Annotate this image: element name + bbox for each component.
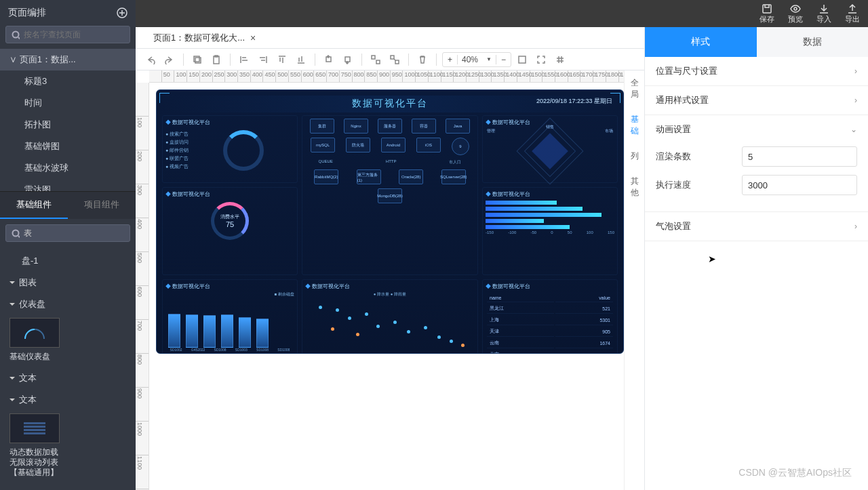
align-left-button[interactable] — [236, 52, 252, 68]
canvas[interactable]: 数据可视化平台 2022/09/18 17:22:33 星期日 数据可视化平台 … — [149, 83, 644, 490]
group-button[interactable] — [368, 52, 384, 68]
dashboard-timestamp: 2022/09/18 17:22:33 星期日 — [536, 97, 612, 106]
save-icon — [762, 3, 772, 14]
panel-radar[interactable]: 数据可视化平台 管理 市场 销售 — [482, 115, 618, 183]
gauge-chart: 消费水平75 — [211, 202, 249, 240]
export-action[interactable]: 导出 — [845, 3, 860, 24]
save-action[interactable]: 保存 — [760, 3, 774, 24]
page-tree-item[interactable]: 标题3 — [0, 70, 136, 92]
chevron-down-icon: ⌄ — [850, 125, 857, 134]
tabstrip: 页面1：数据可视化大... × — [136, 27, 644, 49]
zoom-control[interactable]: + 40% ▼ − — [442, 52, 511, 67]
section-animation-head[interactable]: 动画设置⌄ — [645, 115, 868, 144]
page-search[interactable] — [5, 26, 130, 43]
panel-gauge[interactable]: 数据可视化平台 消费水平75 — [162, 187, 298, 275]
tab-project-components[interactable]: 项目组件 — [68, 192, 136, 219]
import-action[interactable]: 导入 — [816, 3, 831, 24]
zoom-in-button[interactable]: + — [443, 55, 458, 64]
tab-data[interactable]: 数据 — [757, 27, 869, 57]
tab-style[interactable]: 样式 — [645, 27, 757, 57]
undo-button[interactable] — [142, 52, 159, 68]
chevron-right-icon: › — [854, 96, 857, 105]
add-icon[interactable] — [117, 7, 127, 18]
scroll-table: namevalue 黑龙江521 上海5301 天津905 云南1674 北京1… — [486, 293, 614, 354]
scroll-list-thumbnail[interactable] — [9, 413, 60, 443]
tab-basic-components[interactable]: 基础组件 — [0, 192, 68, 219]
vbar-chart — [165, 300, 294, 348]
align-top-button[interactable] — [274, 52, 290, 68]
panel-pie[interactable]: 数据可视化平台 搜索广告直接访问邮件营销联盟广告视频广告 — [162, 115, 298, 183]
align-right-button[interactable] — [255, 52, 271, 68]
svg-rect-18 — [395, 60, 399, 64]
export-icon — [847, 3, 858, 14]
section-common-style[interactable]: 通用样式设置› — [645, 86, 868, 115]
svg-point-1 — [794, 7, 797, 10]
vtab-other[interactable]: 其他 — [625, 169, 644, 205]
dashboard-preview[interactable]: 数据可视化平台 2022/09/18 17:22:33 星期日 数据可视化平台 … — [156, 89, 624, 354]
component-search[interactable] — [5, 224, 130, 242]
radar-chart — [526, 127, 574, 175]
svg-point-4 — [13, 230, 19, 236]
section-position[interactable]: 位置与尺寸设置› — [645, 57, 868, 86]
copy-button[interactable] — [189, 52, 205, 68]
send-back-button[interactable] — [340, 52, 356, 68]
section-animation: 动画设置⌄ 渲染条数 执行速度 — [645, 115, 868, 212]
vtab-column[interactable]: 列 — [625, 144, 644, 169]
category-gauge[interactable]: 仪表盘 — [0, 293, 136, 315]
svg-rect-19 — [519, 56, 526, 63]
grid-button[interactable] — [552, 52, 568, 68]
sidebar-header: 页面编排 — [0, 0, 136, 26]
page-tree: ∨ 页面1：数据... 标题3 时间 拓扑图 基础饼图 基础水波球 雷达图 正负… — [0, 49, 136, 191]
render-count-input[interactable] — [742, 146, 857, 167]
panel-hbar[interactable]: 数据可视化平台 -150-100-50050100150 — [482, 187, 618, 275]
zoom-dropdown-icon[interactable]: ▼ — [482, 56, 496, 62]
page-tree-item[interactable]: 时间 — [0, 92, 136, 114]
align-bottom-button[interactable] — [293, 52, 309, 68]
fullscreen-button[interactable] — [533, 52, 549, 68]
section-bubble[interactable]: 气泡设置› — [645, 212, 868, 241]
bring-front-button[interactable] — [321, 52, 337, 68]
page-tree-item[interactable]: 基础饼图 — [0, 136, 136, 157]
ungroup-button[interactable] — [387, 52, 403, 68]
speed-input[interactable] — [742, 175, 857, 195]
vtab-basic[interactable]: 基础 — [625, 107, 644, 144]
svg-rect-14 — [345, 57, 350, 62]
close-tab-icon[interactable]: × — [250, 33, 256, 43]
field-render-count: 渲染条数 — [656, 146, 857, 167]
scroll-list-caption: 动态数据加载 无限滚动列表 【基础通用】 — [0, 446, 136, 483]
svg-rect-15 — [372, 56, 375, 59]
page-tab[interactable]: 页面1：数据可视化大... × — [146, 32, 262, 44]
panel-vbar[interactable]: 数据可视化平台 ■ 剩余磁盘 SD1002G452022SD1008SD1003… — [162, 279, 298, 354]
fit-button[interactable] — [514, 52, 530, 68]
zoom-out-button[interactable]: − — [496, 55, 511, 64]
page-tree-item[interactable]: 拓扑图 — [0, 114, 136, 136]
component-item[interactable]: 盘-1 — [0, 250, 136, 272]
panel-topology[interactable]: 集群Nginx服务器容器Java mySQL防火墙AndroidiOS9 QUE… — [302, 115, 478, 275]
svg-rect-10 — [194, 56, 199, 62]
svg-point-3 — [13, 31, 19, 37]
page-tree-item[interactable]: 雷达图 — [0, 179, 136, 191]
page-tree-root[interactable]: ∨ 页面1：数据... — [0, 49, 136, 70]
panel-scatter[interactable]: 数据可视化平台 ● 降水量 ● 降雨量 — [302, 279, 478, 354]
inspector-vtabs: 全局 基础 列 其他 — [624, 70, 644, 490]
vtab-global[interactable]: 全局 — [625, 70, 644, 107]
svg-rect-17 — [391, 56, 394, 59]
panel-table[interactable]: 数据可视化平台 namevalue 黑龙江521 上海5301 天津905 云南… — [482, 279, 618, 354]
category-text[interactable]: 文本 — [0, 367, 136, 389]
scatter-chart — [305, 300, 475, 354]
preview-action[interactable]: 预览 — [788, 3, 803, 24]
redo-button[interactable] — [161, 52, 178, 68]
donut-chart — [223, 130, 264, 171]
page-search-input[interactable] — [24, 30, 124, 39]
category-chart[interactable]: 图表 — [0, 272, 136, 293]
delete-button[interactable] — [414, 52, 431, 68]
page-tree-item[interactable]: 基础水波球 — [0, 157, 136, 179]
chevron-right-icon: › — [854, 66, 857, 76]
component-search-input[interactable] — [24, 228, 124, 238]
gauge-thumbnail[interactable] — [9, 318, 60, 348]
svg-rect-7 — [24, 429, 45, 431]
watermark: CSDN @云智慧AIOps社区 — [738, 467, 852, 479]
category-text[interactable]: 文本 — [0, 389, 136, 411]
paste-button[interactable] — [208, 52, 224, 68]
svg-rect-8 — [24, 432, 45, 434]
